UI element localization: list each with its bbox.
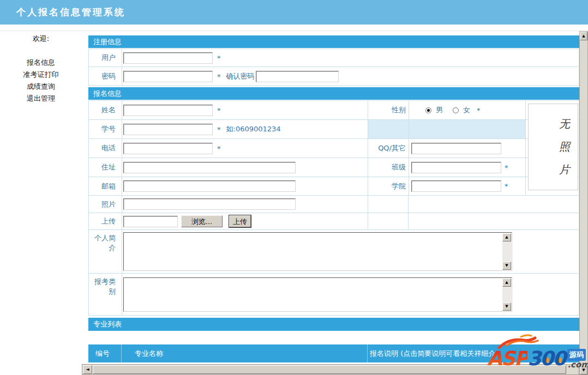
intro-textarea[interactable]: ▲ ▼ — [123, 232, 512, 271]
row-photo: 照片 — [88, 196, 579, 213]
required-mark: * — [217, 106, 221, 114]
highlight-cell — [409, 120, 525, 138]
logo-digit: 3 — [527, 348, 540, 370]
required-mark: * — [217, 54, 221, 62]
phone-label: 电话 — [89, 139, 122, 158]
logo-right: 源码 .com — [567, 348, 588, 368]
confirm-password-label: 确认密码 — [226, 71, 255, 81]
row-student-id: 学号 * 如:0609001234 — [88, 120, 579, 139]
gender-female-label: 女 — [463, 105, 470, 115]
sidebar-menu: 报名信息 准考证打印 成绩查询 退出管理 — [0, 57, 82, 105]
email-input[interactable] — [123, 180, 296, 192]
photo-placeholder-box: 无照片 — [528, 104, 578, 190]
row-upload: 上传 浏览... 上传 — [88, 213, 579, 230]
vertical-scrollbar[interactable]: ▲ ▼ — [579, 31, 588, 375]
row-name-gender: 姓名 * 性别 男 女 * — [88, 100, 579, 120]
scroll-up-icon[interactable]: ▲ — [502, 279, 511, 287]
row-user: 用户 * — [88, 49, 579, 67]
highlight-cell — [368, 120, 409, 138]
gender-male-radio[interactable] — [425, 107, 431, 113]
name-input[interactable] — [123, 105, 213, 116]
password-label: 密码 — [89, 67, 122, 86]
user-input[interactable] — [123, 52, 213, 64]
category-textarea[interactable]: ▲ ▼ — [123, 277, 512, 312]
asp300-watermark: ASP 3 0 0 源码 .com — [487, 334, 585, 374]
email-label: 邮箱 — [89, 177, 122, 195]
header-divider — [0, 31, 588, 31]
category-label: 报考类别 — [89, 274, 122, 315]
sidebar-item-enroll-info[interactable]: 报名信息 — [0, 57, 82, 69]
college-input[interactable] — [411, 180, 501, 192]
student-id-label: 学号 — [89, 120, 122, 138]
top-banner: 个人报名信息管理系统 — [0, 0, 588, 25]
scroll-down-icon[interactable]: ▼ — [502, 262, 511, 270]
scroll-left-icon[interactable]: ◄ — [83, 365, 92, 374]
address-input[interactable] — [123, 162, 296, 173]
address-label: 住址 — [89, 158, 122, 177]
logo-asp: ASP — [487, 348, 527, 370]
upload-button[interactable]: 上传 — [229, 215, 251, 227]
phone-input[interactable] — [123, 143, 213, 154]
sidebar-item-logout[interactable]: 退出管理 — [0, 93, 82, 105]
empty-cell — [368, 213, 409, 229]
majors-col-name: 专业名称 — [121, 344, 367, 362]
textarea-scrollbar[interactable]: ▲ ▼ — [502, 233, 511, 270]
confirm-password-input[interactable] — [256, 71, 339, 82]
section-header-majors: 专业列表 — [88, 318, 579, 331]
empty-cell — [409, 213, 579, 229]
intro-label: 个人简介 — [89, 230, 122, 273]
college-label: 学院 — [368, 177, 409, 195]
required-mark: * — [477, 106, 481, 114]
password-input[interactable] — [123, 71, 213, 82]
required-mark: * — [505, 182, 508, 190]
textarea-scrollbar[interactable]: ▲ ▼ — [502, 279, 511, 311]
row-phone-qq: 电话 * QQ/其它 — [88, 139, 579, 158]
section-header-register: 注册信息 — [88, 35, 579, 48]
sidebar-item-ticket-print[interactable]: 准考证打印 — [0, 69, 82, 81]
class-input[interactable] — [411, 162, 501, 173]
logo-badge: 源码 — [567, 349, 586, 361]
upload-file-input[interactable] — [123, 216, 178, 227]
gender-male-label: 男 — [436, 105, 443, 115]
welcome-text: 欢迎: — [0, 34, 82, 44]
required-mark: * — [217, 125, 221, 134]
required-mark: * — [217, 144, 221, 153]
qq-input[interactable] — [411, 143, 501, 154]
logo-dotcom: .com — [567, 361, 588, 368]
empty-cell — [409, 196, 579, 213]
photo-label: 照片 — [89, 196, 122, 213]
row-intro: 个人简介 ▲ ▼ — [88, 230, 579, 274]
majors-col-id: 编号 — [88, 344, 121, 362]
logo-digit: 0 — [553, 348, 565, 370]
gender-label: 性别 — [368, 101, 409, 119]
registration-system-page: 个人报名信息管理系统 欢迎: 报名信息 准考证打印 成绩查询 退出管理 注册信息… — [0, 0, 588, 375]
gender-female-radio[interactable] — [453, 107, 459, 113]
required-mark: * — [505, 164, 508, 172]
page-title: 个人报名信息管理系统 — [0, 0, 588, 19]
photo-path-input[interactable] — [123, 198, 296, 210]
flame-icon — [497, 334, 546, 349]
class-label: 班级 — [368, 158, 409, 177]
required-mark: * — [217, 72, 221, 81]
browse-button[interactable]: 浏览... — [181, 215, 223, 227]
scroll-up-icon[interactable]: ▲ — [502, 233, 511, 241]
row-address-class: 住址 班级 * — [88, 158, 579, 177]
empty-cell — [368, 196, 409, 213]
qq-label: QQ/其它 — [368, 139, 409, 158]
scroll-up-icon[interactable]: ▲ — [580, 32, 587, 40]
scroll-down-icon[interactable]: ▼ — [502, 303, 511, 311]
row-password: 密码 * 确认密码 — [88, 67, 579, 86]
row-email-college: 邮箱 学院 * — [88, 177, 579, 196]
row-category: 报考类别 ▲ ▼ — [88, 274, 579, 316]
student-id-hint: 如:0609001234 — [226, 124, 281, 134]
name-label: 姓名 — [89, 101, 122, 119]
asp300-logo-text: ASP 3 0 0 源码 .com — [487, 348, 588, 370]
section-header-enroll: 报名信息 — [88, 87, 579, 100]
user-label: 用户 — [89, 49, 122, 66]
no-photo-text: 无照片 — [559, 112, 571, 181]
logo-digit: 0 — [540, 348, 553, 370]
upload-label: 上传 — [89, 213, 122, 229]
sidebar-item-score-query[interactable]: 成绩查询 — [0, 81, 82, 93]
student-id-input[interactable] — [123, 124, 213, 135]
